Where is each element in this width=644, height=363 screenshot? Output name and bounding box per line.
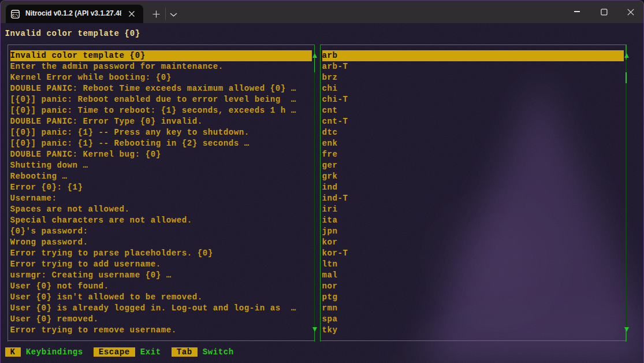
svg-text:C:\: C:\ [12, 14, 18, 18]
